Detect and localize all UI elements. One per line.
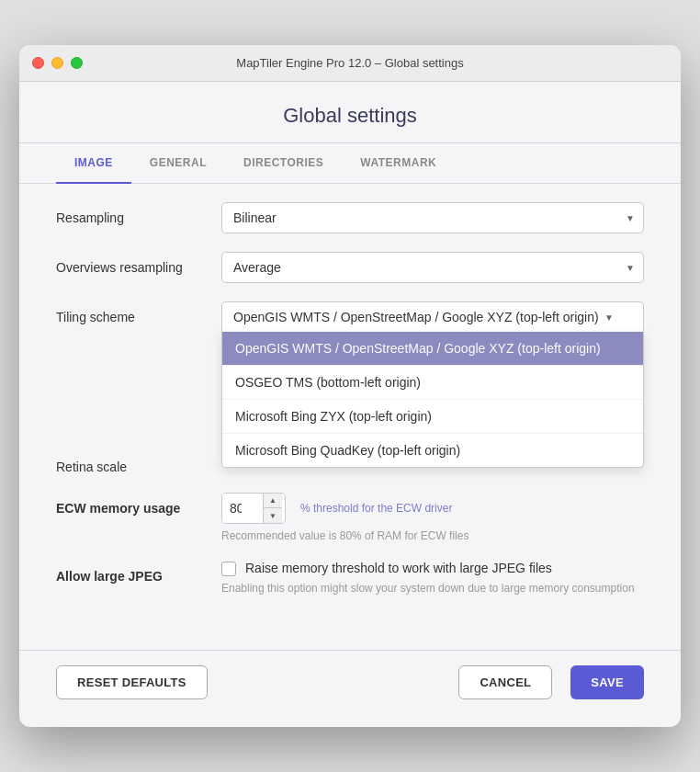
overviews-resampling-label: Overviews resampling [56,252,221,275]
allow-large-jpeg-row: Allow large JPEG Raise memory threshold … [56,561,644,595]
allow-large-jpeg-checkbox-text: Raise memory threshold to work with larg… [245,561,552,575]
ecw-memory-suffix: % threshold for the ECW driver [300,502,452,515]
titlebar: MapTiler Engine Pro 12.0 – Global settin… [19,45,681,82]
reset-defaults-button[interactable]: RESET DEFAULTS [56,665,208,699]
minimize-button[interactable] [51,57,63,69]
overviews-resampling-row: Overviews resampling Nearest Average Bil… [56,252,644,283]
traffic-lights [32,57,83,69]
bottom-bar: RESET DEFAULTS CANCEL SAVE [19,650,681,709]
page-title: Global settings [19,104,681,128]
tiling-scheme-control: OpenGIS WMTS / OpenStreetMap / Google XY… [221,301,644,332]
overviews-resampling-select[interactable]: Nearest Average Bilinear Cubic [221,252,644,283]
ecw-memory-control: ▲ ▼ % threshold for the ECW driver Recom… [221,493,644,542]
ecw-memory-input-wrapper: ▲ ▼ [221,493,286,524]
resampling-select[interactable]: Nearest Bilinear Cubic Lanczos [221,202,644,233]
tiling-scheme-arrow-icon: ▼ [604,312,614,323]
resampling-label: Resampling [56,202,221,225]
page-title-section: Global settings [19,82,681,143]
tiling-option-osgeo[interactable]: OSGEO TMS (bottom-left origin) [222,366,643,400]
save-button[interactable]: SAVE [570,665,644,699]
resampling-control: Nearest Bilinear Cubic Lanczos ▼ [221,202,644,233]
cancel-button[interactable]: CANCEL [458,665,552,699]
tiling-scheme-menu: OpenGIS WMTS / OpenStreetMap / Google XY… [221,332,644,468]
ecw-spinner: ▲ ▼ [263,494,282,523]
content-area: Global settings IMAGE GENERAL DIRECTORIE… [19,82,681,727]
tiling-scheme-selected-value: OpenGIS WMTS / OpenStreetMap / Google XY… [233,310,599,324]
tab-bar: IMAGE GENERAL DIRECTORIES WATERMARK [19,143,681,184]
main-window: MapTiler Engine Pro 12.0 – Global settin… [19,45,681,727]
overviews-resampling-control: Nearest Average Bilinear Cubic ▼ [221,252,644,283]
retina-scale-label: Retina scale [56,451,221,474]
tiling-scheme-dropdown: OpenGIS WMTS / OpenStreetMap / Google XY… [221,301,644,332]
tab-watermark[interactable]: WATERMARK [342,143,455,184]
window-title: MapTiler Engine Pro 12.0 – Global settin… [236,56,463,70]
ecw-memory-input[interactable] [222,494,263,523]
allow-large-jpeg-hint: Enabling this option might slow your sys… [221,582,644,595]
resampling-select-wrapper: Nearest Bilinear Cubic Lanczos ▼ [221,202,644,233]
resampling-row: Resampling Nearest Bilinear Cubic Lanczo… [56,202,644,233]
ecw-memory-input-group: ▲ ▼ % threshold for the ECW driver [221,493,644,524]
tab-general[interactable]: GENERAL [131,143,225,184]
allow-large-jpeg-control: Raise memory threshold to work with larg… [221,561,644,595]
tiling-option-bing-quadkey[interactable]: Microsoft Bing QuadKey (top-left origin) [222,434,643,467]
allow-large-jpeg-checkbox[interactable] [221,562,236,576]
tab-directories[interactable]: DIRECTORIES [225,143,342,184]
tiling-scheme-row: Tiling scheme OpenGIS WMTS / OpenStreetM… [56,301,644,332]
tiling-scheme-label: Tiling scheme [56,301,221,324]
form-area: Resampling Nearest Bilinear Cubic Lanczo… [19,184,681,631]
close-button[interactable] [32,57,44,69]
maximize-button[interactable] [71,57,83,69]
right-buttons: CANCEL SAVE [458,665,644,699]
tiling-option-wmts[interactable]: OpenGIS WMTS / OpenStreetMap / Google XY… [222,332,643,366]
allow-large-jpeg-checkbox-label[interactable]: Raise memory threshold to work with larg… [221,561,644,576]
ecw-memory-label: ECW memory usage [56,493,221,516]
ecw-memory-row: ECW memory usage ▲ ▼ % threshold for the… [56,493,644,542]
ecw-memory-hint: Recommended value is 80% of RAM for ECW … [221,529,644,542]
ecw-spinner-down[interactable]: ▼ [264,508,282,523]
overviews-select-wrapper: Nearest Average Bilinear Cubic ▼ [221,252,644,283]
tiling-scheme-trigger[interactable]: OpenGIS WMTS / OpenStreetMap / Google XY… [221,301,644,332]
tab-image[interactable]: IMAGE [56,143,131,184]
tiling-option-bing-zyx[interactable]: Microsoft Bing ZYX (top-left origin) [222,400,643,434]
ecw-spinner-up[interactable]: ▲ [264,494,282,508]
allow-large-jpeg-label: Allow large JPEG [56,561,221,584]
